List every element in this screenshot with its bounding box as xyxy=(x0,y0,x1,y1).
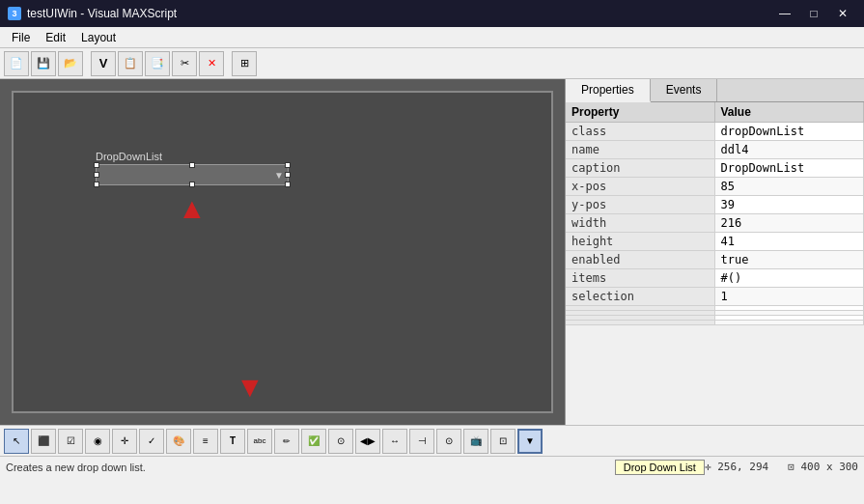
btool-activeX[interactable]: 📺 xyxy=(463,429,488,454)
btool-rect[interactable]: ⬛ xyxy=(31,429,56,454)
props-row[interactable] xyxy=(566,321,864,325)
menu-file[interactable]: File xyxy=(4,29,38,46)
menu-bar: File Edit Layout xyxy=(0,27,864,48)
props-rows-container: class dropDownList name ddl4 caption Dro… xyxy=(566,123,864,325)
close-button[interactable]: ✕ xyxy=(829,3,856,24)
handle-bl xyxy=(94,182,99,187)
btool-plus[interactable]: ✛ xyxy=(112,429,137,454)
toolbar-cut[interactable]: ✂ xyxy=(172,51,197,76)
props-row[interactable]: height 41 xyxy=(566,233,864,251)
tooltip-box: Drop Down List xyxy=(615,460,705,475)
btool-group[interactable]: ⊡ xyxy=(490,429,516,454)
btool-combo[interactable]: ⊣ xyxy=(409,429,434,454)
app-icon: 3 xyxy=(8,7,21,20)
toolbar-new[interactable]: 📄 xyxy=(4,51,29,76)
props-value[interactable]: true xyxy=(715,251,865,268)
props-row[interactable]: items #() xyxy=(566,269,864,288)
btool-select[interactable]: ↖ xyxy=(4,429,29,454)
header-property: Property xyxy=(566,102,715,122)
props-key: x-pos xyxy=(566,178,715,195)
status-coords: ✛ 256, 294 xyxy=(705,461,768,473)
props-key: height xyxy=(566,233,715,250)
props-value[interactable] xyxy=(715,316,865,320)
btool-label[interactable]: abc xyxy=(247,429,272,454)
props-value[interactable]: 216 xyxy=(715,214,865,232)
props-value[interactable] xyxy=(715,311,865,315)
tab-properties[interactable]: Properties xyxy=(566,79,651,102)
props-row[interactable]: caption DropDownList xyxy=(566,159,864,178)
status-message: Creates a new drop down list. xyxy=(6,462,615,473)
props-value[interactable]: 85 xyxy=(715,178,865,195)
btool-progress[interactable]: ↔ xyxy=(382,429,407,454)
props-row[interactable]: width 216 xyxy=(566,214,864,233)
btool-checkbox[interactable]: ☑ xyxy=(58,429,83,454)
title-text: testUIWin - Visual MAXScript xyxy=(27,7,177,20)
props-row[interactable]: class dropDownList xyxy=(566,123,864,141)
handle-br xyxy=(285,182,291,187)
bottom-toolbar: ↖ ⬛ ☑ ◉ ✛ ✓ 🎨 ≡ T abc ✏ ✅ ⊙ ◀▶ ↔ ⊣ ⊙ 📺 ⊡… xyxy=(0,425,864,456)
toolbar-save[interactable]: 💾 xyxy=(31,51,56,76)
props-key xyxy=(566,321,715,324)
toolbar: 📄 💾 📂 V 📋 📑 ✂ ✕ ⊞ xyxy=(0,48,864,79)
props-row[interactable]: name ddl4 xyxy=(566,141,864,159)
props-value[interactable]: #() xyxy=(715,269,865,287)
canvas-area[interactable]: DropDownList ▼ ▲ xyxy=(0,79,565,425)
canvas-frame: DropDownList ▼ ▲ xyxy=(12,91,553,413)
menu-layout[interactable]: Layout xyxy=(73,29,124,46)
props-value[interactable]: 1 xyxy=(715,288,865,305)
btool-bitmap[interactable]: ✅ xyxy=(301,429,326,454)
toolbar-delete[interactable]: ✕ xyxy=(199,51,224,76)
props-value[interactable] xyxy=(715,321,865,324)
props-value[interactable]: ddl4 xyxy=(715,141,865,158)
btool-dropdown[interactable]: ▼ xyxy=(517,429,543,454)
handle-mr xyxy=(285,172,291,178)
btool-T[interactable]: T xyxy=(220,429,245,454)
ddl-widget[interactable]: DropDownList ▼ xyxy=(96,151,289,185)
handle-tr xyxy=(285,162,291,168)
status-bar: Creates a new drop down list. Drop Down … xyxy=(0,456,864,477)
btool-color[interactable]: 🎨 xyxy=(166,429,191,454)
ddl-control[interactable]: ▼ xyxy=(96,164,289,185)
arrow-down-indicator: ▼ xyxy=(236,373,265,402)
status-size: ⊡ 400 x 300 xyxy=(788,461,858,473)
minimize-button[interactable]: — xyxy=(771,3,798,24)
props-row[interactable]: y-pos 39 xyxy=(566,196,864,214)
btool-multilist[interactable]: ⊙ xyxy=(436,429,461,454)
props-key: enabled xyxy=(566,251,715,268)
menu-edit[interactable]: Edit xyxy=(38,29,73,46)
btool-listbox[interactable]: ≡ xyxy=(193,429,218,454)
toolbar-open[interactable]: 📂 xyxy=(58,51,83,76)
props-table: Property Value class dropDownList name d… xyxy=(566,102,864,425)
props-key: class xyxy=(566,123,715,140)
btool-spinner[interactable]: ⊙ xyxy=(328,429,353,454)
props-row[interactable]: selection 1 xyxy=(566,288,864,306)
props-key: items xyxy=(566,269,715,287)
tab-events[interactable]: Events xyxy=(651,79,718,101)
handle-ml xyxy=(94,172,99,178)
toolbar-copy[interactable]: 📋 xyxy=(118,51,143,76)
props-key: caption xyxy=(566,159,715,177)
main-content: DropDownList ▼ ▲ xyxy=(0,79,864,425)
maximize-button[interactable]: □ xyxy=(800,3,827,24)
toolbar-v[interactable]: V xyxy=(91,51,116,76)
toolbar-grid[interactable]: ⊞ xyxy=(232,51,257,76)
props-value[interactable]: 41 xyxy=(715,233,865,250)
toolbar-paste[interactable]: 📑 xyxy=(145,51,170,76)
arrow-up-indicator: ▲ xyxy=(178,194,207,223)
btool-edit[interactable]: ✏ xyxy=(274,429,299,454)
handle-tl xyxy=(94,162,99,168)
props-header-row: Property Value xyxy=(566,102,864,123)
ddl-dropdown-arrow[interactable]: ▼ xyxy=(274,170,284,181)
props-row[interactable]: enabled true xyxy=(566,251,864,269)
props-value[interactable]: 39 xyxy=(715,196,865,213)
props-key: y-pos xyxy=(566,196,715,213)
btool-radio[interactable]: ◉ xyxy=(85,429,110,454)
props-value[interactable] xyxy=(715,306,865,310)
props-key: selection xyxy=(566,288,715,305)
btool-check[interactable]: ✓ xyxy=(139,429,164,454)
props-key: name xyxy=(566,141,715,158)
props-value[interactable]: DropDownList xyxy=(715,159,865,177)
props-row[interactable]: x-pos 85 xyxy=(566,178,864,196)
btool-slider[interactable]: ◀▶ xyxy=(355,429,380,454)
props-value[interactable]: dropDownList xyxy=(715,123,865,140)
